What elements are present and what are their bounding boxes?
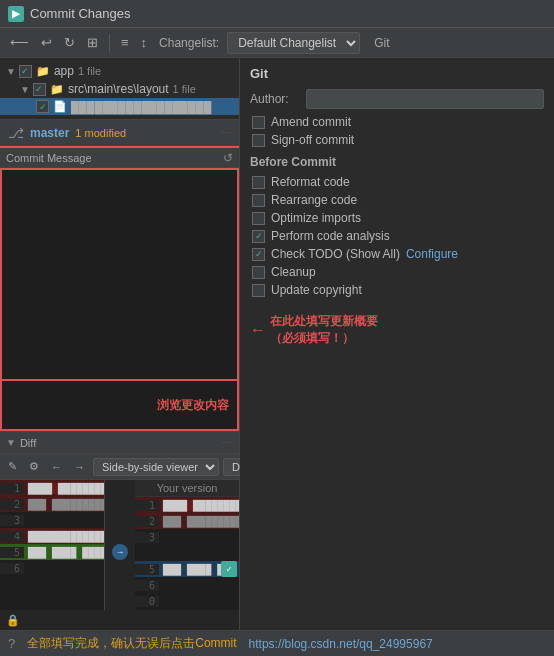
diff-label: Diff	[20, 437, 36, 449]
rline-num-6: 6	[135, 580, 159, 591]
annotation-area: 浏览更改内容	[0, 381, 239, 431]
tree-arrow-app: ▼	[6, 66, 16, 77]
line-num-5: 5	[0, 547, 24, 558]
rline-num-2: 2	[135, 516, 159, 527]
cleanup-label[interactable]: Cleanup	[271, 265, 316, 279]
diff-toolbar: ✎ ⚙ ← → Side-by-side viewer Do not ignor…	[0, 454, 239, 480]
rearrange-checkbox[interactable]	[252, 194, 265, 207]
diff-settings-btn[interactable]: ⚙	[25, 459, 43, 474]
tree-count-layout: 1 file	[173, 83, 196, 95]
line-num-4: 4	[0, 531, 24, 542]
tree-checkbox-file[interactable]: ✓	[36, 100, 49, 113]
diff-arrow: ▼	[6, 437, 16, 448]
perform-label[interactable]: Perform code analysis	[271, 229, 390, 243]
fill-text-2: （必须填写！）	[270, 330, 378, 347]
line-num-3: 3	[0, 515, 24, 526]
fill-text-block: 在此处填写更新概要 （必须填写！）	[270, 313, 378, 347]
toolbar-btn-3[interactable]: ≡	[117, 33, 133, 52]
perform-checkbox[interactable]: ✓	[252, 230, 265, 243]
rearrange-label[interactable]: Rearrange code	[271, 193, 357, 207]
changelist-label: Changelist:	[159, 36, 219, 50]
folder-icon-2: 📁	[50, 83, 64, 96]
diff-line-1-left: 1 ████ ██████████████	[0, 480, 104, 496]
tree-item-layout[interactable]: ▼ ✓ 📁 src\main\res\layout 1 file	[0, 80, 239, 98]
checktodo-checkbox[interactable]: ✓	[252, 248, 265, 261]
author-label: Author:	[250, 92, 300, 106]
amend-row: Amend commit	[250, 115, 544, 129]
status-link[interactable]: https://blog.csdn.net/qq_24995967	[249, 637, 433, 651]
rline-content-1: ████ ██████████████	[159, 499, 239, 512]
viewer-select[interactable]: Side-by-side viewer	[93, 458, 219, 476]
undo-button[interactable]: ↩	[37, 33, 56, 52]
check-icon: ✓	[221, 561, 237, 577]
status-message: 全部填写完成，确认无误后点击Commit	[27, 635, 236, 652]
fill-annotation-text: 浏览更改内容	[157, 397, 229, 414]
diff-next-btn[interactable]: →	[70, 460, 89, 474]
branch-icon: ⎇	[8, 125, 24, 141]
diff-header: ▼ Diff ····	[0, 432, 239, 454]
copyright-label[interactable]: Update copyright	[271, 283, 362, 297]
checktodo-label[interactable]: Check TODO (Show All)	[271, 247, 400, 261]
tree-item-app[interactable]: ▼ ✓ 📁 app 1 file	[0, 62, 239, 80]
signoff-row: Sign-off commit	[250, 133, 544, 147]
diff-line-4-left: 4 ████████████████	[0, 528, 104, 544]
commit-msg-header: Commit Message ↺	[0, 146, 239, 168]
rline-num-3: 3	[135, 532, 159, 543]
fill-annotation: 浏览更改内容	[157, 397, 229, 414]
commit-refresh-icon[interactable]: ↺	[223, 151, 233, 165]
branch-name: master	[30, 126, 69, 140]
configure-link[interactable]: Configure	[406, 247, 458, 261]
tree-label-app: app	[54, 64, 74, 78]
diff-edit-btn[interactable]: ✎	[4, 459, 21, 474]
amend-checkbox[interactable]	[252, 116, 265, 129]
apply-change-btn[interactable]: →	[112, 544, 128, 560]
tree-item-file[interactable]: ✓ 📄 ██████████████████	[0, 98, 239, 115]
line-num-6: 6	[0, 563, 24, 574]
tree-label-file: ██████████████████	[71, 101, 211, 113]
cleanup-row: Cleanup	[250, 265, 544, 279]
modified-badge: 1 modified	[75, 127, 126, 139]
before-commit-title: Before Commit	[250, 155, 544, 169]
signoff-label[interactable]: Sign-off commit	[271, 133, 354, 147]
optimize-label[interactable]: Optimize imports	[271, 211, 361, 225]
diff-left: 1 ████ ██████████████ 2 ███ ███████████ …	[0, 480, 105, 610]
changelist-select[interactable]: Default Changelist	[227, 32, 360, 54]
tree-label-layout: src\main\res\layout	[68, 82, 169, 96]
toolbar-btn-2[interactable]: ⊞	[83, 33, 102, 52]
toolbar-btn-1[interactable]: ⟵	[6, 33, 33, 52]
reformat-label[interactable]: Reformat code	[271, 175, 350, 189]
tree-arrow-layout: ▼	[20, 84, 30, 95]
reformat-checkbox[interactable]	[252, 176, 265, 189]
diff-center: →	[105, 480, 135, 610]
diff-line-6-right: 6	[135, 577, 239, 593]
git-label: Git	[374, 36, 389, 50]
commit-message-input[interactable]	[0, 168, 239, 381]
author-input[interactable]	[306, 89, 544, 109]
diff-line-7-right: 0	[135, 593, 239, 609]
help-icon[interactable]: ?	[8, 636, 15, 651]
redo-button[interactable]: ↻	[60, 33, 79, 52]
diff-line-3-left: 3	[0, 512, 104, 528]
line-content-2: ███ ███████████	[24, 498, 104, 511]
diff-prev-btn[interactable]: ←	[47, 460, 66, 474]
optimize-checkbox[interactable]	[252, 212, 265, 225]
tree-checkbox-app[interactable]: ✓	[19, 65, 32, 78]
right-annotations: ← 在此处填写更新概要 （必须填写！）	[250, 313, 544, 347]
center-line-5[interactable]: →	[105, 544, 135, 560]
perform-row: ✓ Perform code analysis	[250, 229, 544, 243]
lock-bar: 🔒	[0, 610, 239, 630]
right-panel: Git Author: Amend commit Sign-off commit…	[240, 58, 554, 630]
cleanup-checkbox[interactable]	[252, 266, 265, 279]
status-bar: ? 全部填写完成，确认无误后点击Commit https://blog.csdn…	[0, 630, 554, 656]
center-line-1	[105, 480, 135, 496]
app-icon: ▶	[8, 6, 24, 22]
diff-line-2-left: 2 ███ ███████████	[0, 496, 104, 512]
amend-label[interactable]: Amend commit	[271, 115, 351, 129]
signoff-checkbox[interactable]	[252, 134, 265, 147]
toolbar: ⟵ ↩ ↻ ⊞ ≡ ↕ Changelist: Default Changeli…	[0, 28, 554, 58]
toolbar-btn-4[interactable]: ↕	[137, 33, 152, 52]
copyright-checkbox[interactable]	[252, 284, 265, 297]
tree-checkbox-layout[interactable]: ✓	[33, 83, 46, 96]
branch-bar: ⎇ master 1 modified ····	[0, 120, 239, 146]
center-line-3	[105, 512, 135, 528]
